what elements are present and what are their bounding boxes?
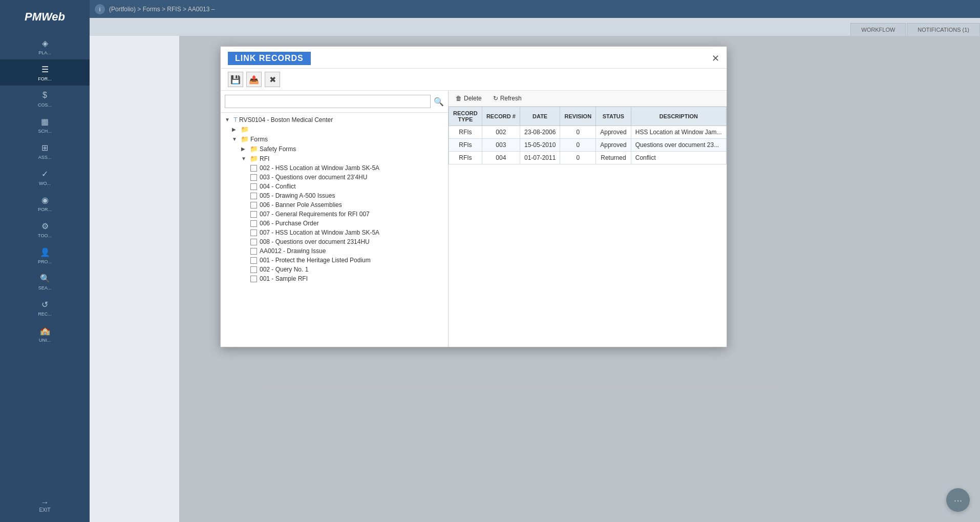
checkbox-item4[interactable] xyxy=(250,193,257,199)
tree-label-safety: Safety Forms xyxy=(260,145,296,153)
tree-toggle-root[interactable]: ▼ xyxy=(225,117,232,122)
records-icon: ↺ xyxy=(39,299,51,310)
list-item[interactable]: 008 - Questions over document 2314HU xyxy=(221,237,448,246)
sidebar-item-exit[interactable]: → EXIT xyxy=(0,494,90,517)
table-row[interactable]: RFIs 003 15-05-2010 0 Approved Questions… xyxy=(449,139,727,152)
sidebar-item-assets[interactable]: ⊞ ASS... xyxy=(0,138,90,164)
export-button[interactable]: 📤 xyxy=(246,72,262,87)
col-status: STATUS xyxy=(596,107,631,126)
exit-icon: → xyxy=(41,498,49,507)
rfi-item-1: 002 - HSS Location at Window Jamb SK-5A xyxy=(260,164,379,172)
sidebar-item-cost[interactable]: $ COS... xyxy=(0,86,90,112)
sidebar-item-plan[interactable]: ◈ PLA... xyxy=(0,33,90,59)
list-item[interactable]: 003 - Questions over document 23'4HU xyxy=(221,173,448,182)
col-record-type: RECORDTYPE xyxy=(449,107,482,126)
list-item[interactable]: 007 - General Requirements for RFI 007 xyxy=(221,210,448,219)
topbar: i (Portfolio) > Forms > RFIS > AA0013 – xyxy=(90,0,980,18)
checkbox-item6[interactable] xyxy=(250,211,257,218)
uni-icon: 🏫 xyxy=(39,325,51,336)
col-date: DATE xyxy=(520,107,560,126)
checkbox-item7[interactable] xyxy=(250,220,257,227)
rfi-item-7: 006 - Purchase Order xyxy=(260,220,318,227)
safety-folder-icon: 📁 xyxy=(250,145,258,153)
table-row[interactable]: RFIs 004 01-07-2011 0 Returned Conflict xyxy=(449,152,727,164)
tree-toggle-forms[interactable]: ▼ xyxy=(232,136,239,142)
checkbox-item3[interactable] xyxy=(250,183,257,190)
list-item[interactable]: 005 - Drawing A-500 Issues xyxy=(221,191,448,200)
breadcrumb: (Portfolio) > Forms > RFIS > AA0013 – xyxy=(109,6,215,13)
tree-node-root[interactable]: ▼ T RVS0104 - Boston Medical Center xyxy=(221,115,448,124)
cell-description: Conflict xyxy=(631,152,726,164)
close-button[interactable]: ✕ xyxy=(712,53,719,64)
tree-toggle-folder1[interactable]: ▶ xyxy=(232,127,239,132)
sidebar-item-schedule[interactable]: ▦ SCH... xyxy=(0,112,90,138)
rfi-item-2: 003 - Questions over document 23'4HU xyxy=(260,174,367,181)
search-icon: 🔍 xyxy=(39,273,51,284)
cell-date: 23-08-2006 xyxy=(520,126,560,139)
checkbox-item1[interactable] xyxy=(250,165,257,172)
list-item[interactable]: 001 - Sample RFI xyxy=(221,274,448,283)
tree-toggle-safety[interactable]: ▶ xyxy=(241,146,248,152)
col-revision: REVISION xyxy=(560,107,596,126)
list-item[interactable]: 007 - HSS Location at Window Jamb SK-5A xyxy=(221,228,448,237)
sidebar-item-project[interactable]: 👤 PRO... xyxy=(0,242,90,268)
records-toolbar: 🗑 Delete ↻ Refresh xyxy=(449,91,727,107)
tree-toggle-rfi[interactable]: ▼ xyxy=(241,156,248,161)
tab-workflow[interactable]: WORKFLOW xyxy=(850,23,906,36)
tree-panel: 🔍 ▼ T RVS0104 - Boston Medical Center xyxy=(221,91,449,347)
delete-button[interactable]: 🗑 Delete xyxy=(454,94,484,103)
cell-description: Questions over document 23... xyxy=(631,139,726,152)
checkbox-item2[interactable] xyxy=(250,174,257,181)
rfi-item-3: 004 - Conflict xyxy=(260,183,296,190)
checkbox-item8[interactable] xyxy=(250,229,257,236)
col-record-num: RECORD # xyxy=(482,107,520,126)
list-item[interactable]: 002 - Query No. 1 xyxy=(221,265,448,274)
search-input[interactable] xyxy=(225,95,431,108)
sidebar-item-workflow[interactable]: ✓ WO... xyxy=(0,164,90,190)
checkbox-item9[interactable] xyxy=(250,239,257,245)
search-magnifier-icon[interactable]: 🔍 xyxy=(434,97,444,107)
sidebar-item-uni[interactable]: 🏫 UNI... xyxy=(0,321,90,347)
close-toolbar-button[interactable]: ✖ xyxy=(265,72,280,87)
checkbox-item11[interactable] xyxy=(250,257,257,264)
table-row[interactable]: RFIs 002 23-08-2006 0 Approved HSS Locat… xyxy=(449,126,727,139)
cell-status: Returned xyxy=(596,152,631,164)
tree-label-forms: Forms xyxy=(250,136,268,143)
checkbox-item5[interactable] xyxy=(250,202,257,208)
records-table: RECORDTYPE RECORD # DATE REVISION STATUS… xyxy=(449,107,727,164)
sidebar-item-records[interactable]: ↺ REC... xyxy=(0,295,90,321)
cell-date: 15-05-2010 xyxy=(520,139,560,152)
sidebar-item-portfolio[interactable]: ◉ POR... xyxy=(0,190,90,216)
rfi-item-11: 001 - Protect the Heritage Listed Podium xyxy=(260,257,371,264)
sidebar-item-forms[interactable]: ☰ FOR... xyxy=(0,59,90,86)
rfi-folder-icon: 📁 xyxy=(250,155,258,162)
tree-label-rfi: RFI xyxy=(260,155,269,162)
info-icon[interactable]: i xyxy=(95,4,105,14)
rfi-item-8: 007 - HSS Location at Window Jamb SK-5A xyxy=(260,229,379,236)
checkbox-item10[interactable] xyxy=(250,248,257,255)
tree-node-safety-forms[interactable]: ▶ 📁 Safety Forms xyxy=(221,144,448,154)
sidebar-item-search[interactable]: 🔍 SEA... xyxy=(0,268,90,295)
rfi-item-12: 002 - Query No. 1 xyxy=(260,266,308,273)
rfi-item-6: 007 - General Requirements for RFI 007 xyxy=(260,211,370,218)
list-item[interactable]: 001 - Protect the Heritage Listed Podium xyxy=(221,256,448,265)
tree-node-folder1[interactable]: ▶ 📁 xyxy=(221,124,448,134)
list-item[interactable]: AA0012 - Drawing Issue xyxy=(221,246,448,256)
list-item[interactable]: 006 - Purchase Order xyxy=(221,219,448,228)
list-item[interactable]: 006 - Banner Pole Assemblies xyxy=(221,200,448,210)
modal-title: LINK RECORDS xyxy=(228,52,311,65)
refresh-button[interactable]: ↻ Refresh xyxy=(491,94,524,103)
checkbox-item12[interactable] xyxy=(250,266,257,273)
schedule-icon: ▦ xyxy=(39,116,51,127)
sidebar-item-tools[interactable]: ⚙ TOO... xyxy=(0,216,90,242)
tab-notifications[interactable]: NOTIFICATIONS (1) xyxy=(907,23,980,36)
list-item[interactable]: 004 - Conflict xyxy=(221,182,448,191)
plan-icon: ◈ xyxy=(39,37,51,49)
rfi-item-4: 005 - Drawing A-500 Issues xyxy=(260,192,335,199)
tree-node-rfi[interactable]: ▼ 📁 RFI xyxy=(221,154,448,163)
tree-node-forms[interactable]: ▼ 📁 Forms xyxy=(221,134,448,144)
save-button[interactable]: 💾 xyxy=(228,72,243,87)
checkbox-item13[interactable] xyxy=(250,276,257,282)
main-tabs: WORKFLOW NOTIFICATIONS (1) xyxy=(90,18,980,36)
list-item[interactable]: 002 - HSS Location at Window Jamb SK-5A xyxy=(221,163,448,173)
